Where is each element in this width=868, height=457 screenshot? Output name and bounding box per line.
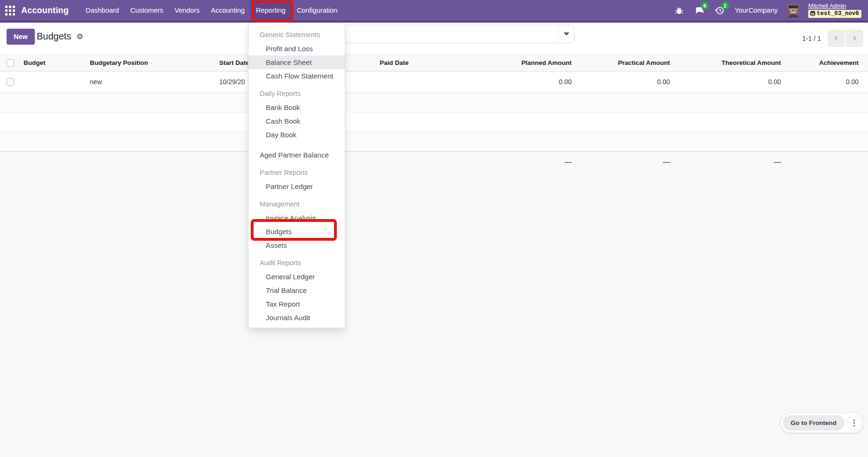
kebab-menu-button[interactable] [846, 416, 861, 431]
column-planned-amount[interactable]: Planned Amount [521, 55, 572, 71]
select-all-checkbox[interactable] [7, 55, 14, 71]
menu-accounting[interactable]: Accounting [205, 0, 250, 21]
empty-row [0, 132, 868, 151]
aggregate-practical: — [663, 152, 670, 172]
aggregate-planned: — [565, 152, 572, 172]
cell-planned-amount: 0.00 [559, 71, 572, 92]
app-name: Accounting [21, 6, 69, 16]
cell-start-date: 10/29/20 [219, 71, 245, 92]
menu-configuration[interactable]: Configuration [291, 0, 343, 21]
menuitem-invoice-analysis[interactable]: Invoice Analysis [248, 211, 345, 225]
go-to-frontend-button[interactable]: Go to Frontend [783, 415, 844, 431]
section-daily-reports: Daily Reports [248, 87, 345, 101]
gear-icon[interactable]: ⚙ [76, 32, 83, 41]
debug-bug-icon[interactable] [671, 2, 687, 18]
menuitem-budgets[interactable]: Budgets [248, 225, 345, 238]
column-achievement[interactable]: Achievement [819, 55, 859, 71]
menuitem-tax-report[interactable]: Tax Report [248, 297, 345, 311]
user-avatar[interactable] [787, 4, 800, 17]
empty-row [0, 93, 868, 112]
floating-toolbar: Go to Frontend [781, 413, 863, 433]
table-row[interactable]: new 10/29/20 0.00 0.00 0.00 0.00 [0, 71, 868, 93]
company-switcher[interactable]: YourCompany [735, 7, 778, 14]
activities-clock-icon[interactable]: 2 [712, 2, 728, 18]
pager-next-button[interactable] [846, 30, 863, 47]
menuitem-general-ledger[interactable]: General Ledger [248, 270, 345, 284]
menuitem-trial-balance[interactable]: Trial Balance [248, 284, 345, 297]
column-budget[interactable]: Budget [24, 55, 46, 71]
row-checkbox[interactable] [7, 71, 14, 92]
main-menu: Dashboard Customers Vendors Accounting R… [80, 0, 343, 21]
list-header-row: Budget Budgetary Position Start Date Pai… [0, 54, 868, 71]
page-title: Budgets [37, 31, 71, 42]
activities-count-badge: 2 [721, 1, 729, 9]
breadcrumb: Budgets ⚙ [37, 31, 83, 42]
pager-range: 1-1 / 1 [802, 35, 821, 42]
user-name[interactable]: Mitchell Admin [808, 3, 846, 9]
menu-dashboard[interactable]: Dashboard [80, 0, 125, 21]
menuitem-day-book[interactable]: Day Book [248, 128, 345, 142]
section-partner-reports: Partner Reports [248, 166, 345, 180]
column-start-date[interactable]: Start Date [219, 55, 249, 71]
pager-previous-button[interactable] [828, 30, 845, 47]
database-badge: test_03_nov6 [808, 10, 861, 18]
navbar-right: 6 2 YourCompany [671, 2, 868, 18]
database-icon [810, 11, 815, 16]
column-paid-date[interactable]: Paid Date [380, 55, 409, 71]
chevron-left-icon [833, 35, 839, 41]
search-bar [329, 25, 574, 43]
menu-vendors[interactable]: Vendors [169, 0, 205, 21]
section-management: Management [248, 197, 345, 211]
odoo-accounting-app: Accounting Dashboard Customers Vendors A… [0, 0, 868, 457]
search-dropdown-toggle[interactable] [558, 25, 574, 43]
reporting-dropdown-menu: Generic Statements Profit and Loss Balan… [248, 23, 345, 328]
aggregate-theoretical: — [774, 152, 781, 172]
menu-customers[interactable]: Customers [125, 0, 169, 21]
empty-row [0, 112, 868, 132]
menuitem-profit-and-loss[interactable]: Profit and Loss [248, 42, 345, 55]
menuitem-assets[interactable]: Assets [248, 238, 345, 252]
apps-grid-icon[interactable] [5, 6, 15, 16]
messages-icon[interactable]: 6 [692, 2, 708, 18]
menuitem-aged-partner-balance[interactable]: Aged Partner Balance [248, 148, 345, 162]
section-audit-reports: Audit Reports [248, 256, 345, 270]
column-theoretical-amount[interactable]: Theoretical Amount [722, 55, 781, 71]
cell-budgetary-position: new [90, 71, 102, 92]
new-button[interactable]: New [7, 29, 35, 45]
control-panel: New Budgets ⚙ 1-1 / 1 [0, 23, 868, 54]
menuitem-bank-book[interactable]: Bank Book [248, 101, 345, 114]
menu-reporting[interactable]: Reporting [250, 0, 291, 21]
column-budgetary-position[interactable]: Budgetary Position [90, 55, 148, 71]
menuitem-balance-sheet[interactable]: Balance Sheet [248, 55, 345, 69]
pager: 1-1 / 1 [802, 23, 863, 54]
cell-practical-amount: 0.00 [657, 71, 670, 92]
menuitem-journals-audit[interactable]: Journals Audit [248, 311, 345, 324]
menuitem-cash-flow-statement[interactable]: Cash Flow Statement [248, 69, 345, 83]
menuitem-cash-book[interactable]: Cash Book [248, 114, 345, 128]
column-practical-amount[interactable]: Practical Amount [618, 55, 670, 71]
chevron-down-icon [564, 32, 569, 36]
top-navbar: Accounting Dashboard Customers Vendors A… [0, 0, 868, 23]
cell-theoretical-amount: 0.00 [768, 71, 781, 92]
list-footer-area: — — — [0, 151, 868, 457]
section-generic-statements: Generic Statements [248, 28, 345, 42]
messages-count-badge: 6 [701, 1, 709, 9]
chevron-right-icon [852, 35, 858, 41]
user-block[interactable]: Mitchell Admin test_03_nov6 [808, 3, 861, 18]
menuitem-partner-ledger[interactable]: Partner Ledger [248, 180, 345, 193]
cell-achievement: 0.00 [846, 71, 859, 92]
search-input[interactable] [330, 25, 558, 43]
